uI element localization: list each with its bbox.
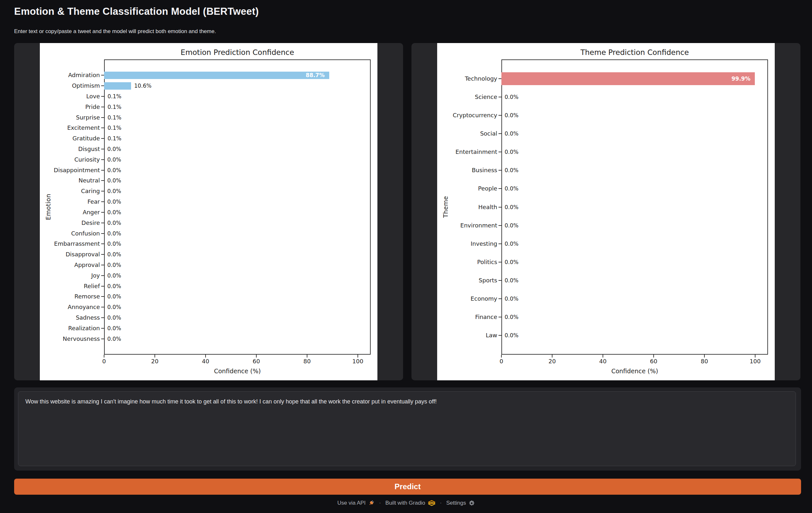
y-tick-mark [101,265,104,265]
bar-value-label: 0.0% [504,241,518,246]
category-tick-label: Disgust [40,146,100,152]
category-tick-label: Finance [437,314,497,320]
theme-chart-panel: Theme Prediction Confidence Theme Techno… [411,43,801,380]
bar-value-label: 0.0% [107,305,121,310]
y-tick-mark [101,233,104,234]
gear-icon [469,500,475,506]
bar-value-label: 10.6% [134,83,152,89]
category-tick-label: Caring [40,188,100,194]
category-tick-label: Economy [437,296,497,302]
theme-chart-xlabel: Confidence (%) [501,368,768,375]
category-tick-label: Joy [40,273,100,279]
tweet-input[interactable]: Wow this website is amazing I can't imag… [18,391,796,466]
bar-value-label: 0.0% [107,262,121,268]
built-with-gradio-label: Built with Gradio [385,500,425,506]
bar-value-label: 0.0% [504,259,518,265]
category-tick-label: Relief [40,283,100,289]
x-tick-mark [755,354,755,358]
category-tick-label: Disapproval [40,252,100,257]
x-tick-label: 100 [742,358,768,365]
plug-icon [368,500,375,506]
settings-link[interactable]: Settings [446,500,474,506]
theme-chart-title: Theme Prediction Confidence [501,48,768,57]
x-tick-label: 0 [91,358,117,365]
y-tick-mark [498,225,501,226]
bar-value-label: 0.0% [107,178,121,183]
bar-value-label: 0.1% [108,115,121,120]
category-tick-label: Sports [437,278,497,283]
bar-value-label: 0.0% [107,273,121,278]
bar-value-label: 0.0% [107,325,121,331]
bar-value-label: 0.1% [108,93,121,99]
x-tick-label: 20 [142,358,168,365]
category-tick-label: Remorse [40,294,100,300]
category-tick-label: Curiosity [40,157,100,163]
y-tick-mark [498,207,501,207]
y-tick-mark [101,170,104,171]
gradio-logo-icon [428,500,436,506]
x-tick-mark [357,354,358,358]
category-tick-label: Sadness [40,315,100,321]
use-via-api-label: Use via API [337,500,366,506]
category-tick-label: Anger [40,209,100,215]
y-tick-mark [498,298,501,299]
bar-value-label: 0.0% [107,209,121,215]
bar [104,82,131,90]
bar-value-label: 0.0% [504,113,518,118]
bar-value-label: 0.0% [504,149,518,155]
y-tick-mark [101,223,104,223]
x-tick-label: 80 [294,358,320,365]
y-tick-mark [101,75,104,76]
y-tick-mark [498,170,501,171]
category-tick-label: Disappointment [40,167,100,173]
built-with-gradio-link[interactable]: Built with Gradio [385,500,436,506]
bar-value-label: 0.0% [107,231,121,236]
bar-value-label: 99.9% [501,76,750,81]
y-tick-mark [101,138,104,139]
footer: Use via API · Built with Gradio · Settin… [0,500,812,506]
category-tick-label: Surprise [40,115,100,120]
category-tick-label: Pride [40,104,100,110]
x-tick-label: 40 [590,358,616,365]
category-tick-label: Environment [437,223,497,228]
category-tick-label: Realization [40,325,100,331]
charts-row: Emotion Prediction Confidence Emotion Ad… [14,43,801,380]
y-tick-mark [101,244,104,244]
x-tick-mark [307,354,308,358]
category-tick-label: Health [437,204,497,210]
x-tick-label: 60 [641,358,667,365]
x-tick-mark [552,354,552,358]
page-subtitle: Enter text or copy/paste a tweet and the… [14,28,801,35]
y-tick-mark [101,254,104,255]
y-tick-mark [498,115,501,116]
y-tick-mark [101,191,104,192]
predict-button[interactable]: Predict [14,479,801,495]
category-tick-label: Investing [437,241,497,247]
bar-value-label: 0.0% [504,278,518,283]
bar-value-label: 0.1% [108,104,121,110]
bar-value-label: 88.7% [104,73,325,78]
category-tick-label: Social [437,131,497,137]
y-tick-mark [498,335,501,336]
category-tick-label: Excitement [40,125,100,131]
y-tick-mark [101,307,104,307]
emotion-chart-ylabel: Emotion [45,194,52,220]
theme-chart-figure: Theme Prediction Confidence Theme Techno… [437,43,775,380]
y-tick-mark [101,275,104,276]
bar-value-label: 0.0% [504,94,518,100]
y-tick-mark [498,188,501,189]
x-tick-mark [154,354,155,358]
x-tick-mark [205,354,206,358]
y-tick-mark [101,117,104,118]
theme-plot-frame [501,59,768,354]
x-tick-mark [256,354,257,358]
y-tick-mark [101,201,104,202]
bar-value-label: 0.0% [107,157,121,162]
bar-value-label: 0.0% [107,294,121,300]
x-tick-mark [104,354,105,358]
use-via-api-link[interactable]: Use via API [337,500,375,506]
y-tick-mark [498,317,501,317]
y-tick-mark [101,296,104,297]
bar-value-label: 0.0% [107,252,121,257]
y-tick-mark [498,262,501,262]
